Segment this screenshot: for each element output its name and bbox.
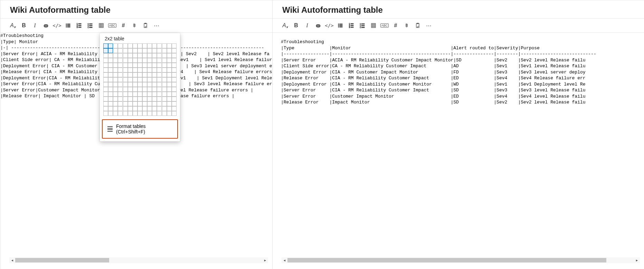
table-grid-cell[interactable] <box>147 43 152 48</box>
table-grid-cell[interactable] <box>123 48 128 53</box>
number-list-icon[interactable]: 123 <box>347 21 356 30</box>
table-icon[interactable] <box>96 21 106 30</box>
more-icon[interactable]: ⋯ <box>424 21 434 30</box>
table-grid-cell[interactable] <box>152 43 157 48</box>
table-grid-cell[interactable] <box>113 111 118 116</box>
table-grid-cell[interactable] <box>118 68 123 72</box>
table-grid-cell[interactable] <box>103 72 108 77</box>
table-grid-cell[interactable] <box>152 111 157 116</box>
table-grid-cell[interactable] <box>147 53 152 58</box>
link-icon[interactable] <box>313 21 323 30</box>
table-grid-cell[interactable] <box>108 43 113 48</box>
table-grid-cell[interactable] <box>152 53 157 58</box>
table-grid-cell[interactable] <box>108 63 113 68</box>
code-icon[interactable]: </> <box>52 21 62 30</box>
table-grid-cell[interactable] <box>113 63 118 68</box>
table-grid-cell[interactable] <box>172 43 177 48</box>
table-grid-cell[interactable] <box>152 106 157 111</box>
table-grid-cell[interactable] <box>152 82 157 87</box>
table-grid-cell[interactable] <box>162 87 167 92</box>
table-grid-cell[interactable] <box>172 48 177 53</box>
table-grid-cell[interactable] <box>147 92 152 97</box>
table-grid-cell[interactable] <box>167 87 172 92</box>
table-grid-cell[interactable] <box>103 58 108 63</box>
table-size-grid[interactable] <box>100 43 180 118</box>
table-grid-cell[interactable] <box>138 68 142 72</box>
table-grid-cell[interactable] <box>167 58 172 63</box>
table-grid-cell[interactable] <box>128 101 133 106</box>
table-grid-cell[interactable] <box>103 82 108 87</box>
table-grid-cell[interactable] <box>147 111 152 116</box>
bullet-list-icon[interactable] <box>63 21 73 30</box>
table-grid-cell[interactable] <box>162 48 167 53</box>
table-grid-cell[interactable] <box>138 53 142 58</box>
bold-icon[interactable]: B <box>291 21 301 30</box>
table-grid-cell[interactable] <box>108 68 113 72</box>
table-grid-cell[interactable] <box>147 58 152 63</box>
table-grid-cell[interactable] <box>157 43 162 48</box>
table-grid-cell[interactable] <box>113 68 118 72</box>
table-grid-cell[interactable] <box>172 53 177 58</box>
hash-icon[interactable]: # <box>119 21 128 30</box>
table-grid-cell[interactable] <box>138 101 142 106</box>
table-grid-cell[interactable] <box>147 77 152 82</box>
link-icon[interactable] <box>41 21 51 30</box>
table-grid-cell[interactable] <box>128 97 133 101</box>
table-grid-cell[interactable] <box>138 82 142 87</box>
table-grid-cell[interactable] <box>103 77 108 82</box>
table-grid-cell[interactable] <box>113 58 118 63</box>
paste-icon[interactable] <box>141 21 150 30</box>
table-grid-cell[interactable] <box>157 82 162 87</box>
attachment-icon[interactable] <box>130 21 139 30</box>
table-grid-cell[interactable] <box>167 111 172 116</box>
table-grid-cell[interactable] <box>118 106 123 111</box>
table-grid-cell[interactable] <box>147 106 152 111</box>
table-grid-cell[interactable] <box>152 97 157 101</box>
table-grid-cell[interactable] <box>108 97 113 101</box>
table-grid-cell[interactable] <box>172 97 177 101</box>
table-grid-cell[interactable] <box>133 97 138 101</box>
bullet-list-icon[interactable] <box>335 21 345 30</box>
table-grid-cell[interactable] <box>133 58 138 63</box>
table-grid-cell[interactable] <box>138 72 142 77</box>
table-grid-cell[interactable] <box>138 87 142 92</box>
table-grid-cell[interactable] <box>142 63 147 68</box>
table-grid-cell[interactable] <box>123 77 128 82</box>
table-grid-cell[interactable] <box>123 106 128 111</box>
table-grid-cell[interactable] <box>157 68 162 72</box>
table-grid-cell[interactable] <box>133 48 138 53</box>
table-grid-cell[interactable] <box>108 72 113 77</box>
hash-icon[interactable]: # <box>391 21 400 30</box>
table-grid-cell[interactable] <box>157 72 162 77</box>
table-grid-cell[interactable] <box>133 111 138 116</box>
table-grid-cell[interactable] <box>128 106 133 111</box>
table-grid-cell[interactable] <box>138 63 142 68</box>
scroll-left-arrow[interactable]: ◄ <box>282 257 287 263</box>
table-grid-cell[interactable] <box>123 82 128 87</box>
table-grid-cell[interactable] <box>133 77 138 82</box>
table-grid-cell[interactable] <box>123 92 128 97</box>
table-grid-cell[interactable] <box>152 77 157 82</box>
table-grid-cell[interactable] <box>172 87 177 92</box>
table-grid-cell[interactable] <box>157 87 162 92</box>
table-grid-cell[interactable] <box>147 82 152 87</box>
table-grid-cell[interactable] <box>167 101 172 106</box>
format-tables-item[interactable]: Format tables (Ctrl+Shift+F) <box>102 119 178 139</box>
attachment-icon[interactable] <box>402 21 411 30</box>
table-grid-cell[interactable] <box>108 101 113 106</box>
table-grid-cell[interactable] <box>103 92 108 97</box>
table-grid-cell[interactable] <box>108 48 113 53</box>
table-grid-cell[interactable] <box>167 43 172 48</box>
table-grid-cell[interactable] <box>128 53 133 58</box>
horizontal-scrollbar[interactable]: ◄ ► <box>282 257 640 263</box>
table-grid-cell[interactable] <box>138 43 142 48</box>
table-grid-cell[interactable] <box>113 53 118 58</box>
table-grid-cell[interactable] <box>138 58 142 63</box>
table-grid-cell[interactable] <box>152 92 157 97</box>
more-icon[interactable]: ⋯ <box>152 21 161 30</box>
table-grid-cell[interactable] <box>108 92 113 97</box>
table-grid-cell[interactable] <box>138 48 142 53</box>
table-grid-cell[interactable] <box>142 68 147 72</box>
table-grid-cell[interactable] <box>157 53 162 58</box>
table-grid-cell[interactable] <box>147 87 152 92</box>
